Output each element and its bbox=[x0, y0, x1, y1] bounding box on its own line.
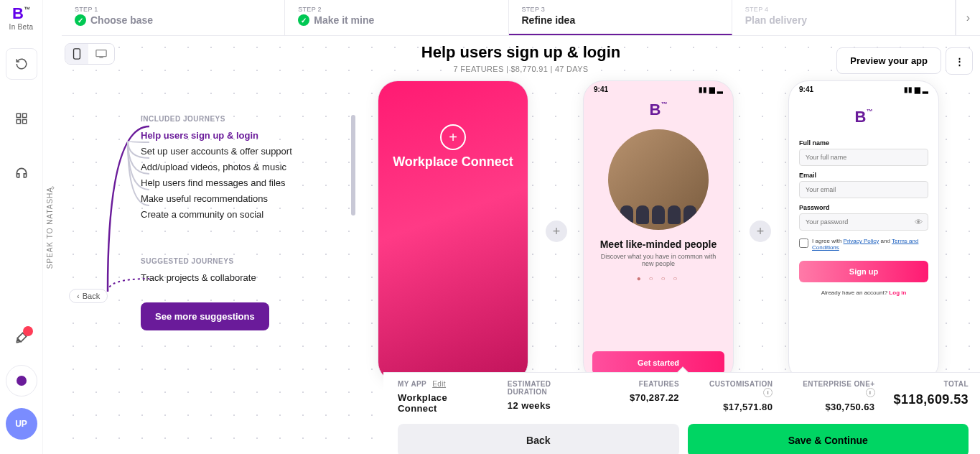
journeys-panel: ‹Back INCLUDED JOURNEYS Help users sign … bbox=[72, 115, 345, 330]
total-cost: $118,609.53 bbox=[894, 392, 969, 407]
step-num: STEP 4 bbox=[745, 6, 942, 13]
app-name: Workplace Connect bbox=[398, 392, 489, 414]
undo-icon bbox=[15, 57, 28, 70]
email-label: Email bbox=[799, 172, 928, 179]
step-num: STEP 1 bbox=[75, 6, 271, 13]
headset-icon bbox=[14, 166, 29, 180]
get-started-button[interactable]: Get started bbox=[592, 351, 724, 374]
signal-icons: ▮▮ ▆ ▂ bbox=[904, 85, 928, 93]
grid-icon bbox=[15, 112, 28, 125]
onboarding-image bbox=[608, 129, 709, 230]
phone-mock-signup: 9:41 ▮▮ ▆ ▂ B™ Full name Email Password … bbox=[788, 80, 939, 382]
email-input[interactable] bbox=[799, 181, 928, 198]
phone-mock-onboarding: 9:41 ▮▮ ▆ ▂ B™ Meet like-minded people D… bbox=[583, 80, 734, 382]
svg-rect-2 bbox=[17, 120, 20, 124]
launch-button[interactable] bbox=[14, 330, 29, 348]
pager-dots: ● ○ ○ ○ bbox=[584, 274, 733, 282]
customisation-col: CUSTOMISATIONi $17,571.80 bbox=[698, 380, 773, 414]
step-refine-idea[interactable]: STEP 3 Refine idea bbox=[509, 0, 732, 35]
login-line: Already have an account? Log in bbox=[789, 289, 938, 296]
desktop-icon bbox=[95, 49, 107, 59]
status-bar: 9:41 ▮▮ ▆ ▂ bbox=[789, 81, 938, 98]
step-plan-delivery[interactable]: STEP 4 Plan delivery bbox=[732, 0, 956, 35]
full-name-input[interactable] bbox=[799, 149, 928, 166]
customisation-cost: $17,571.80 bbox=[698, 402, 773, 412]
add-circle-icon: + bbox=[440, 124, 466, 150]
journey-item[interactable]: Create a community on social bbox=[141, 209, 345, 220]
features-col: FEATURES $70,287.22 bbox=[630, 380, 679, 414]
steps-next-arrow[interactable]: › bbox=[956, 0, 980, 35]
svg-rect-4 bbox=[74, 49, 80, 59]
desktop-toggle[interactable] bbox=[88, 44, 114, 64]
bottom-bar: MY APPEdit Workplace Connect ESTIMATED D… bbox=[383, 372, 980, 454]
included-journeys-heading: INCLUDED JOURNEYS bbox=[141, 115, 345, 123]
edit-app-link[interactable]: Edit bbox=[432, 380, 446, 388]
more-menu-button[interactable]: ⋮ bbox=[946, 47, 973, 75]
journey-item[interactable]: Set up user accounts & offer support bbox=[141, 146, 345, 157]
journey-item[interactable]: Make useful recommendations bbox=[141, 193, 345, 204]
svg-rect-0 bbox=[17, 114, 20, 117]
support-button[interactable] bbox=[6, 157, 37, 189]
journey-item[interactable]: Help users sign up & login bbox=[141, 130, 345, 141]
splash-title: Workplace Connect bbox=[393, 154, 513, 170]
privacy-link[interactable]: Privacy Policy bbox=[844, 238, 879, 244]
mobile-toggle[interactable] bbox=[65, 44, 88, 64]
undo-button[interactable] bbox=[6, 48, 37, 80]
check-icon: ✓ bbox=[75, 14, 86, 26]
brand-logo: B™ In Beta bbox=[9, 6, 34, 31]
save-continue-button[interactable]: Save & Continue bbox=[688, 424, 969, 454]
user-avatar[interactable]: UP bbox=[6, 408, 37, 440]
duration-col: ESTIMATED DURATION 12 weeks bbox=[508, 380, 592, 414]
login-link[interactable]: Log in bbox=[889, 289, 906, 296]
mobile-icon bbox=[73, 48, 81, 60]
chevron-left-icon: ‹ bbox=[77, 292, 80, 300]
speak-to-natasha-label: SPEAK TO NATASHA bbox=[46, 187, 54, 269]
add-screen-button[interactable]: + bbox=[546, 221, 567, 242]
brand-logo-icon: B™ bbox=[584, 101, 733, 119]
info-icon[interactable]: i bbox=[763, 388, 773, 397]
back-button[interactable]: Back bbox=[398, 424, 679, 454]
info-icon[interactable]: i bbox=[866, 388, 875, 397]
suggested-journey-item[interactable]: Track projects & collaborate bbox=[141, 272, 345, 283]
notification-badge bbox=[23, 326, 33, 336]
onboarding-heading: Meet like-minded people bbox=[584, 238, 733, 250]
duration-value: 12 weeks bbox=[508, 400, 592, 411]
see-more-suggestions-button[interactable]: See more suggestions bbox=[141, 302, 269, 330]
step-label: Plan delivery bbox=[745, 14, 807, 26]
password-input[interactable] bbox=[799, 213, 928, 231]
step-choose-base[interactable]: STEP 1 ✓Choose base bbox=[62, 0, 285, 35]
back-pill[interactable]: ‹Back bbox=[69, 289, 108, 303]
page-subtitle: 7 FEATURES | $8,770.91 | 47 DAYS bbox=[421, 65, 620, 73]
svg-rect-5 bbox=[96, 50, 106, 57]
step-num: STEP 3 bbox=[522, 6, 719, 13]
password-label: Password bbox=[799, 204, 928, 211]
myapp-col: MY APPEdit Workplace Connect bbox=[398, 380, 489, 414]
status-bar: 9:41 ▮▮ ▆ ▂ bbox=[584, 81, 733, 98]
preview-app-button[interactable]: Preview your app bbox=[836, 47, 941, 74]
svg-rect-1 bbox=[22, 114, 26, 117]
onboarding-desc: Discover what you have in common with ne… bbox=[598, 253, 719, 267]
eye-off-icon[interactable]: 👁 bbox=[915, 218, 923, 226]
record-button[interactable] bbox=[6, 365, 37, 397]
signup-button[interactable]: Sign up bbox=[799, 261, 928, 282]
step-label: Refine idea bbox=[522, 14, 576, 26]
journey-item[interactable]: Add/upload videos, photos & music bbox=[141, 162, 345, 172]
signal-icons: ▮▮ ▆ ▂ bbox=[699, 85, 723, 93]
record-icon bbox=[17, 376, 27, 386]
journey-item[interactable]: Help users find messages and files bbox=[141, 177, 345, 188]
step-make-it-mine[interactable]: STEP 2 ✓Make it mine bbox=[285, 0, 508, 35]
steps-bar: STEP 1 ✓Choose base STEP 2 ✓Make it mine… bbox=[62, 0, 980, 36]
left-rail: B™ In Beta UP bbox=[0, 0, 43, 454]
phones-row: + Workplace Connect + 9:41 ▮▮ ▆ ▂ B™ Mee… bbox=[378, 80, 939, 382]
enterprise-col: ENTERPRISE ONE+i $30,750.63 bbox=[791, 380, 874, 414]
dashboard-button[interactable] bbox=[6, 103, 37, 134]
brand-logo-icon: B™ bbox=[789, 108, 938, 126]
add-screen-button[interactable]: + bbox=[750, 221, 771, 242]
scrollbar[interactable] bbox=[351, 115, 355, 216]
enterprise-cost: $30,750.63 bbox=[791, 402, 874, 412]
step-label: Choose base bbox=[90, 14, 153, 26]
suggested-journeys-heading: SUGGESTED JOURNEYS bbox=[141, 257, 345, 265]
agree-checkbox-row[interactable]: I agree with Privacy Policy and Terms an… bbox=[799, 238, 928, 251]
step-label: Make it mine bbox=[314, 14, 374, 26]
agree-checkbox[interactable] bbox=[799, 238, 808, 248]
